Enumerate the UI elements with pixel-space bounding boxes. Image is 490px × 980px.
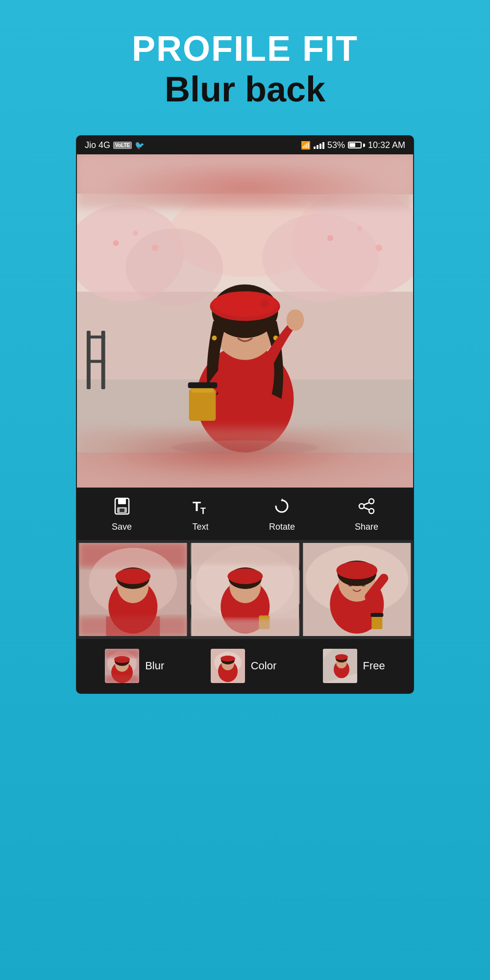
thumbnail-1[interactable]	[78, 543, 188, 636]
svg-point-72	[361, 580, 367, 587]
svg-point-7	[113, 240, 119, 246]
svg-point-11	[357, 226, 362, 231]
svg-point-40	[369, 499, 374, 504]
svg-point-71	[348, 580, 354, 587]
color-option-thumb	[211, 649, 245, 683]
svg-rect-64	[191, 619, 299, 636]
battery-percent: 53%	[327, 140, 345, 150]
photo-area	[77, 154, 413, 488]
free-option[interactable]: Free	[323, 649, 385, 683]
thumbnail-2[interactable]	[190, 543, 300, 636]
save-button[interactable]: Save	[112, 497, 132, 532]
status-right: 📶 53% 10:32 AM	[301, 140, 405, 150]
svg-point-41	[359, 504, 364, 509]
signal-bar-3	[319, 144, 321, 149]
rotate-label: Rotate	[269, 522, 295, 532]
svg-point-24	[230, 322, 240, 334]
carrier-text: Jio 4G	[85, 140, 110, 150]
blur-top-overlay	[77, 154, 413, 208]
free-label: Free	[363, 660, 385, 672]
thumbnail-strip	[77, 540, 413, 639]
svg-point-28	[287, 309, 304, 331]
signal-bar-2	[317, 145, 318, 149]
feature-subtitle: Blur back	[10, 68, 480, 110]
share-button[interactable]: Share	[355, 497, 378, 532]
wifi-icon: 📶	[301, 141, 311, 150]
blur-bottom-overlay	[77, 429, 413, 488]
svg-rect-29	[189, 389, 216, 421]
header-section: PROFILE FIT Blur back	[0, 0, 490, 125]
svg-point-95	[335, 654, 348, 660]
text-label: Text	[192, 522, 208, 532]
photo-svg	[77, 194, 413, 453]
save-icon	[113, 497, 131, 518]
svg-rect-82	[105, 676, 139, 683]
svg-point-25	[250, 322, 260, 334]
time-display: 10:32 AM	[368, 140, 405, 150]
svg-rect-73	[372, 615, 383, 629]
svg-text:T: T	[200, 506, 206, 515]
bottom-options-bar: Blur Color	[77, 639, 413, 693]
svg-point-42	[369, 509, 374, 514]
blur-label: Blur	[145, 660, 164, 672]
svg-line-44	[364, 508, 369, 510]
svg-point-61	[227, 568, 263, 584]
main-photo	[77, 194, 413, 453]
svg-rect-16	[87, 335, 105, 338]
save-label: Save	[112, 522, 132, 532]
svg-point-9	[151, 245, 158, 251]
blur-option[interactable]: Blur	[105, 649, 164, 683]
rotate-icon	[273, 497, 291, 518]
twitter-icon: 🐦	[135, 141, 145, 150]
svg-rect-36	[120, 509, 124, 512]
signal-bar-1	[314, 147, 316, 149]
svg-point-51	[115, 568, 150, 584]
svg-line-43	[364, 503, 369, 505]
svg-point-88	[220, 656, 235, 662]
svg-point-8	[133, 231, 138, 236]
svg-point-26	[212, 335, 217, 340]
status-bar: Jio 4G VoLTE 🐦 📶 53% 10:32 AM	[77, 136, 413, 154]
color-option[interactable]: Color	[211, 649, 277, 683]
svg-rect-81	[105, 649, 139, 658]
thumbnail-3[interactable]	[302, 543, 412, 636]
svg-rect-34	[118, 498, 126, 504]
app-title: PROFILE FIT	[10, 29, 480, 68]
svg-rect-53	[79, 616, 187, 636]
text-button[interactable]: T T Text	[192, 497, 209, 532]
svg-rect-31	[188, 382, 218, 388]
signal-bars	[314, 141, 324, 149]
toolbar: Save T T Text Rotate	[77, 488, 413, 540]
signal-bar-4	[322, 142, 324, 149]
phone-mockup: Jio 4G VoLTE 🐦 📶 53% 10:32 AM	[76, 135, 414, 694]
svg-text:T: T	[193, 499, 201, 514]
free-option-thumb	[323, 649, 357, 683]
svg-point-5	[125, 228, 223, 306]
blur-option-thumb	[105, 649, 139, 683]
rotate-button[interactable]: Rotate	[269, 497, 295, 532]
volte-badge: VoLTE	[113, 142, 132, 149]
share-icon	[358, 497, 375, 518]
svg-point-23	[261, 300, 269, 308]
svg-rect-17	[87, 360, 105, 363]
svg-rect-74	[371, 613, 384, 617]
status-left: Jio 4G VoLTE 🐦	[85, 140, 145, 150]
svg-point-12	[375, 245, 382, 251]
text-icon: T T	[192, 497, 209, 518]
svg-point-10	[327, 235, 333, 241]
color-label: Color	[251, 660, 277, 672]
battery-icon	[348, 142, 365, 148]
svg-marker-39	[282, 498, 285, 501]
share-label: Share	[355, 522, 378, 532]
svg-rect-63	[191, 543, 299, 565]
svg-point-70	[337, 562, 378, 579]
